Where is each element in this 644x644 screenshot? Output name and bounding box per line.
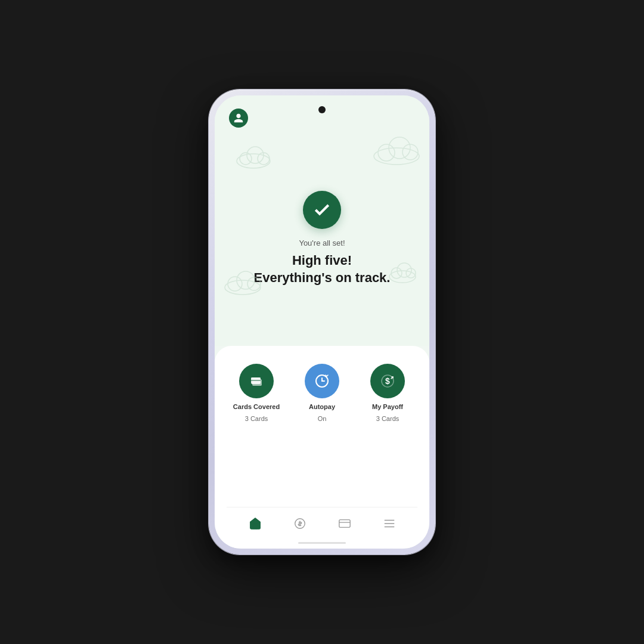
my-payoff-icon-circle: $ [370,364,405,398]
card-icon [338,517,351,530]
success-area: You're all set! High five! Everything's … [254,149,391,328]
heading-line2: Everything's on track. [254,270,391,285]
phone-device: You're all set! High five! Everything's … [209,89,435,555]
svg-point-8 [225,280,261,295]
svg-point-9 [228,277,242,291]
autopay-label: Autopay [309,403,335,410]
success-subtitle: You're all set! [299,239,345,247]
my-payoff-label: My Payoff [372,403,403,410]
autopay-icon-circle [305,364,339,398]
autopay-icon [314,373,330,389]
cards-covered-sublabel: 3 Cards [245,415,268,422]
hero-section: You're all set! High five! Everything's … [215,95,429,346]
svg-point-0 [237,154,270,168]
autopay-item[interactable]: Autopay On [298,364,346,422]
profile-button[interactable] [229,109,248,128]
autopay-sublabel: On [318,415,327,422]
svg-point-14 [397,263,411,277]
bottom-section: Cards Covered 3 Cards Autopay On [215,346,429,549]
svg-rect-24 [339,520,349,528]
svg-point-5 [378,144,395,161]
cards-row: Cards Covered 3 Cards Autopay On [227,364,417,422]
cloud-decoration-4 [385,260,420,286]
nav-money[interactable] [286,515,314,532]
checkmark-icon [312,200,332,219]
cards-covered-item[interactable]: Cards Covered 3 Cards [233,364,280,422]
my-payoff-sublabel: 3 Cards [376,415,400,422]
profile-icon [233,113,244,123]
cloud-decoration-1 [233,143,274,172]
svg-text:$: $ [385,376,390,386]
nav-menu[interactable] [376,515,403,532]
bottom-navigation [227,507,417,542]
my-payoff-item[interactable]: $ My Payoff 3 Cards [364,364,411,422]
cards-covered-icon [249,373,264,389]
cloud-decoration-2 [370,131,423,169]
camera-notch [318,106,326,113]
home-indicator [298,542,346,544]
cards-covered-icon-circle [239,364,274,398]
heading-line1: High five! [292,253,352,268]
nav-home[interactable] [242,515,269,532]
cloud-decoration-3 [221,266,265,298]
home-icon [249,517,262,530]
nav-card[interactable] [331,515,358,532]
success-check-circle [303,191,341,229]
my-payoff-icon: $ [379,373,396,389]
success-heading: High five! Everything's on track. [254,252,391,286]
menu-icon [383,517,396,530]
svg-rect-18 [251,377,261,379]
cards-covered-label: Cards Covered [233,403,280,410]
svg-point-4 [374,148,419,165]
phone-screen: You're all set! High five! Everything's … [215,95,429,549]
money-icon [293,517,306,530]
